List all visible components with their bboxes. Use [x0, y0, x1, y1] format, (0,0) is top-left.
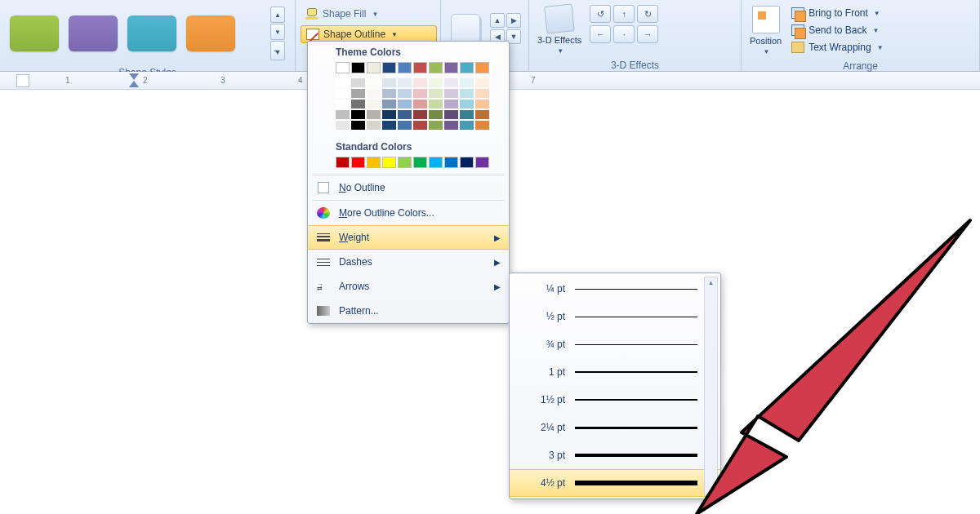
color-swatch[interactable]	[382, 100, 396, 109]
color-swatch[interactable]	[413, 78, 427, 87]
tilt-button[interactable]: ↺	[590, 5, 611, 23]
tilt-button[interactable]: ↻	[637, 5, 658, 23]
color-swatch[interactable]	[336, 110, 350, 119]
color-swatch[interactable]	[460, 157, 474, 168]
shape-style-gallery[interactable]: ▲ ▼ ▁▼	[3, 2, 292, 65]
no-outline-item[interactable]: No Outline	[308, 175, 509, 200]
color-swatch[interactable]	[460, 89, 474, 98]
style-thumb-purple[interactable]	[69, 16, 118, 51]
color-swatch[interactable]	[444, 100, 458, 109]
nudge-up-button[interactable]: ▲	[490, 13, 505, 28]
color-swatch[interactable]	[398, 62, 412, 73]
color-swatch[interactable]	[398, 157, 412, 168]
color-swatch[interactable]	[460, 62, 474, 73]
color-swatch[interactable]	[413, 89, 427, 98]
color-swatch[interactable]	[398, 121, 412, 130]
color-swatch[interactable]	[351, 110, 365, 119]
dashes-item[interactable]: Dashes ▶	[308, 250, 509, 274]
style-thumb-orange[interactable]	[186, 16, 235, 51]
color-swatch[interactable]	[336, 78, 350, 87]
color-swatch[interactable]	[398, 110, 412, 119]
color-swatch[interactable]	[382, 62, 396, 73]
color-swatch[interactable]	[475, 89, 489, 98]
color-swatch[interactable]	[398, 78, 412, 87]
nudge-right-button[interactable]: ▶	[506, 13, 521, 28]
color-swatch[interactable]	[429, 62, 443, 73]
color-swatch[interactable]	[444, 62, 458, 73]
more-outline-colors-item[interactable]: More Outline Colors...	[308, 201, 509, 225]
color-swatch[interactable]	[367, 62, 381, 73]
color-swatch[interactable]	[336, 62, 350, 73]
color-swatch[interactable]	[336, 121, 350, 130]
color-swatch[interactable]	[413, 100, 427, 109]
color-swatch[interactable]	[367, 78, 381, 87]
arrows-item[interactable]: →⇄ Arrows ▶	[308, 274, 509, 299]
color-swatch[interactable]	[336, 157, 350, 168]
color-swatch[interactable]	[336, 89, 350, 98]
color-swatch[interactable]	[429, 121, 443, 130]
color-swatch[interactable]	[460, 100, 474, 109]
color-swatch[interactable]	[475, 121, 489, 130]
indent-marker-bottom[interactable]	[129, 81, 139, 87]
color-swatch[interactable]	[444, 121, 458, 130]
color-swatch[interactable]	[351, 78, 365, 87]
color-swatch[interactable]	[475, 62, 489, 73]
color-swatch[interactable]	[429, 110, 443, 119]
color-swatch[interactable]	[351, 121, 365, 130]
color-swatch[interactable]	[460, 110, 474, 119]
color-swatch[interactable]	[444, 78, 458, 87]
color-swatch[interactable]	[351, 89, 365, 98]
color-swatch[interactable]	[367, 157, 381, 168]
tilt-button[interactable]: →	[637, 25, 658, 43]
color-swatch[interactable]	[367, 110, 381, 119]
color-swatch[interactable]	[336, 100, 350, 109]
tab-selector[interactable]	[16, 74, 29, 87]
gallery-up-button[interactable]: ▲	[270, 7, 285, 23]
color-swatch[interactable]	[413, 110, 427, 119]
3d-effects-button[interactable]: 3-D Effects ▼	[537, 5, 581, 55]
color-swatch[interactable]	[475, 157, 489, 168]
color-swatch[interactable]	[367, 121, 381, 130]
text-wrapping-button[interactable]: Text Wrapping▼	[788, 39, 886, 55]
gallery-more-button[interactable]: ▁▼	[270, 41, 285, 60]
color-swatch[interactable]	[413, 157, 427, 168]
gallery-down-button[interactable]: ▼	[270, 24, 285, 40]
color-swatch[interactable]	[475, 110, 489, 119]
color-swatch[interactable]	[475, 78, 489, 87]
color-swatch[interactable]	[382, 78, 396, 87]
color-swatch[interactable]	[475, 100, 489, 109]
send-to-back-button[interactable]: Send to Back▼	[788, 22, 886, 38]
tilt-button[interactable]: ↑	[613, 5, 635, 23]
tilt-button[interactable]: ·	[613, 25, 635, 43]
color-swatch[interactable]	[429, 78, 443, 87]
color-swatch[interactable]	[367, 89, 381, 98]
pattern-item[interactable]: Pattern...	[308, 299, 509, 323]
color-swatch[interactable]	[382, 89, 396, 98]
style-thumb-green[interactable]	[10, 16, 59, 51]
color-swatch[interactable]	[351, 62, 365, 73]
position-button[interactable]: Position ▼	[750, 6, 782, 55]
color-swatch[interactable]	[351, 100, 365, 109]
color-swatch[interactable]	[413, 62, 427, 73]
color-swatch[interactable]	[444, 157, 458, 168]
color-swatch[interactable]	[429, 89, 443, 98]
color-swatch[interactable]	[367, 100, 381, 109]
weight-item[interactable]: Weight ▶	[308, 225, 509, 250]
color-swatch[interactable]	[382, 110, 396, 119]
color-swatch[interactable]	[444, 89, 458, 98]
color-swatch[interactable]	[382, 157, 396, 168]
color-swatch[interactable]	[429, 100, 443, 109]
color-swatch[interactable]	[429, 157, 443, 168]
color-swatch[interactable]	[398, 100, 412, 109]
color-swatch[interactable]	[398, 89, 412, 98]
style-thumb-teal[interactable]	[127, 16, 176, 51]
bring-to-front-button[interactable]: Bring to Front▼	[788, 5, 886, 21]
color-swatch[interactable]	[351, 157, 365, 168]
color-swatch[interactable]	[460, 121, 474, 130]
color-swatch[interactable]	[413, 121, 427, 130]
color-swatch[interactable]	[460, 78, 474, 87]
color-swatch[interactable]	[444, 110, 458, 119]
shape-fill-button[interactable]: Shape Fill ▼	[301, 5, 437, 23]
indent-marker-top[interactable]	[129, 73, 139, 80]
tilt-button[interactable]: ←	[590, 25, 611, 43]
